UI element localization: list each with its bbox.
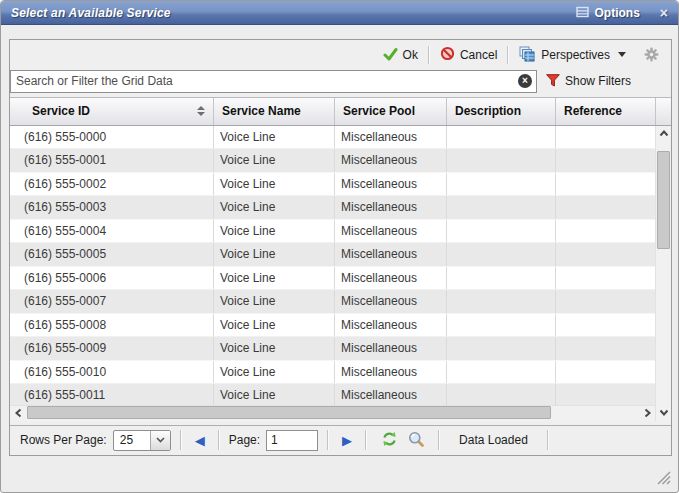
cell-reference [556,314,655,337]
refresh-button[interactable] [376,429,403,451]
cell-service-id: (616) 555-0004 [10,220,214,243]
next-page-button[interactable]: ▶ [338,434,356,447]
options-label: Options [594,6,639,20]
horizontal-scroll-track[interactable] [26,405,639,421]
cell-reference [556,126,655,149]
cell-description [447,384,556,405]
window-footer [1,454,678,492]
horizontal-scrollbar[interactable] [10,405,655,421]
search-grid-button[interactable] [403,429,429,451]
table-row[interactable]: (616) 555-0004Voice LineMiscellaneous [10,220,655,244]
page-label: Page: [229,433,260,447]
cell-service-pool: Miscellaneous [335,314,447,337]
table-row[interactable]: (616) 555-0005Voice LineMiscellaneous [10,243,655,267]
column-header-description[interactable]: Description [447,98,556,125]
cell-description [447,173,556,196]
table-row[interactable]: (616) 555-0003Voice LineMiscellaneous [10,196,655,220]
show-filters-button[interactable]: Show Filters [546,74,631,89]
column-header-reference[interactable]: Reference [556,98,656,125]
cell-service-id: (616) 555-0005 [10,243,214,266]
table-row[interactable]: (616) 555-0000Voice LineMiscellaneous [10,126,655,150]
table-row[interactable]: (616) 555-0008Voice LineMiscellaneous [10,314,655,338]
cell-service-pool: Miscellaneous [335,337,447,360]
toolbar-separator [428,46,430,64]
perspectives-layers-icon [519,46,536,64]
search-input[interactable] [10,70,537,93]
cell-description [447,149,556,172]
dialog-window: Select an Available Service Options × [0,0,679,493]
scroll-down-icon[interactable] [656,405,672,421]
cell-service-id: (616) 555-0006 [10,267,214,290]
filter-funnel-icon [546,74,560,89]
perspectives-button[interactable]: Perspectives [513,43,632,67]
pagebar-separator [180,430,182,450]
vertical-scroll-thumb[interactable] [657,151,670,249]
rows-per-page-select[interactable]: 25 [113,430,171,451]
options-grid-icon [576,6,589,20]
search-row: × Show Filters [10,69,671,97]
table-row[interactable]: (616) 555-0007Voice LineMiscellaneous [10,290,655,314]
options-button[interactable]: Options [576,6,639,20]
table-row[interactable]: (616) 555-0009Voice LineMiscellaneous [10,337,655,361]
pagebar-separator [547,430,549,450]
close-icon[interactable]: × [660,6,668,20]
table-row[interactable]: (616) 555-0001Voice LineMiscellaneous [10,149,655,173]
cell-service-name: Voice Line [214,267,335,290]
title-bar[interactable]: Select an Available Service Options × [1,1,678,25]
cell-service-pool: Miscellaneous [335,384,447,405]
pagebar-separator [438,430,440,450]
cell-reference [556,384,655,405]
cell-service-pool: Miscellaneous [335,290,447,313]
cell-service-id: (616) 555-0002 [10,173,214,196]
pagination-bar: Rows Per Page: 25 ◀ Page: ▶ [10,425,671,455]
cell-description [447,337,556,360]
clear-search-icon[interactable]: × [518,74,532,88]
pagebar-separator [218,430,220,450]
settings-gear-icon[interactable] [644,47,659,62]
cell-reference [556,267,655,290]
ok-button[interactable]: Ok [377,44,424,66]
cell-reference [556,243,655,266]
grid-body: (616) 555-0000Voice LineMiscellaneous(61… [10,126,655,405]
cancel-button[interactable]: Cancel [434,43,503,66]
scroll-right-icon[interactable] [639,405,655,421]
toolbar: Ok Cancel [10,40,671,69]
cell-reference [556,290,655,313]
cell-reference [556,361,655,384]
cell-service-pool: Miscellaneous [335,220,447,243]
cell-service-id: (616) 555-0010 [10,361,214,384]
cell-service-id: (616) 555-0003 [10,196,214,219]
column-header-filler [656,98,671,125]
cell-service-pool: Miscellaneous [335,361,447,384]
cell-reference [556,220,655,243]
main-panel: Ok Cancel [9,39,672,456]
page-number-input[interactable] [266,430,318,451]
sort-icon[interactable] [197,106,205,116]
vertical-scroll-track[interactable] [656,142,672,405]
cell-service-pool: Miscellaneous [335,126,447,149]
column-header-service-id[interactable]: Service ID [10,98,214,125]
cell-service-id: (616) 555-0011 [10,384,214,405]
column-header-service-pool[interactable]: Service Pool [335,98,447,125]
horizontal-scroll-thumb[interactable] [27,406,551,419]
cell-description [447,220,556,243]
cell-service-name: Voice Line [214,126,335,149]
table-row[interactable]: (616) 555-0010Voice LineMiscellaneous [10,361,655,385]
previous-page-button[interactable]: ◀ [191,434,209,447]
table-row[interactable]: (616) 555-0011Voice LineMiscellaneous [10,384,655,405]
scroll-left-icon[interactable] [10,405,26,421]
table-row[interactable]: (616) 555-0006Voice LineMiscellaneous [10,267,655,291]
scroll-up-icon[interactable] [656,126,672,142]
cell-service-name: Voice Line [214,149,335,172]
column-header-service-name[interactable]: Service Name [214,98,335,125]
pagebar-separator [365,430,367,450]
cell-reference [556,196,655,219]
cell-service-id: (616) 555-0008 [10,314,214,337]
resize-grip[interactable] [654,468,671,487]
cell-service-pool: Miscellaneous [335,173,447,196]
cell-service-id: (616) 555-0009 [10,337,214,360]
table-row[interactable]: (616) 555-0002Voice LineMiscellaneous [10,173,655,197]
vertical-scrollbar[interactable] [655,126,671,421]
cell-service-name: Voice Line [214,173,335,196]
cell-service-name: Voice Line [214,384,335,405]
